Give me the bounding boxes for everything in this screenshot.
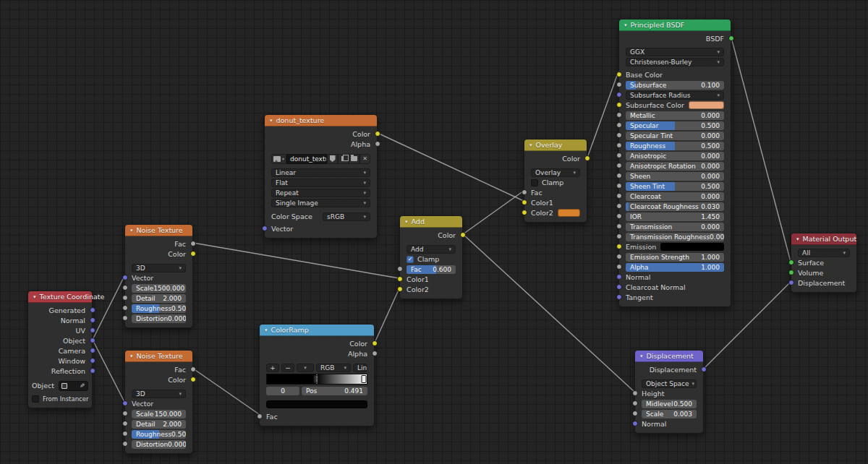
- stop-color-swatch[interactable]: [266, 400, 367, 408]
- node-link-wire[interactable]: [463, 234, 634, 392]
- output-socket-alpha[interactable]: [375, 141, 380, 147]
- input-socket-specular[interactable]: [616, 122, 622, 128]
- node-noise-texture-bottom[interactable]: ▾ Noise Texture Fac Color 3D▾ Vector Sca…: [124, 350, 193, 454]
- input-socket-alpha[interactable]: [616, 264, 622, 270]
- interpolation-dropdown[interactable]: Linear▾: [353, 364, 367, 372]
- stop-index-field[interactable]: 0: [266, 387, 299, 395]
- dimensions-dropdown[interactable]: 3D▾: [132, 264, 186, 272]
- output-socket-fac[interactable]: [190, 241, 196, 246]
- space-dropdown[interactable]: Object Space▾: [642, 379, 697, 388]
- image-name-field[interactable]: donut_texture: [286, 154, 327, 164]
- output-socket-color[interactable]: [584, 155, 590, 161]
- collapse-triangle-icon[interactable]: ▾: [624, 22, 627, 28]
- output-socket-displacement[interactable]: [701, 366, 707, 372]
- output-socket-reflection[interactable]: [90, 368, 95, 374]
- input-socket-vector[interactable]: [262, 225, 268, 231]
- new-image-button[interactable]: [338, 154, 349, 164]
- distortion-slider[interactable]: Distortion0.000: [132, 314, 186, 323]
- detail-slider[interactable]: Detail2.000: [132, 294, 186, 303]
- output-socket-color[interactable]: [372, 340, 378, 346]
- input-socket-fac[interactable]: [257, 413, 263, 419]
- node-mix-overlay[interactable]: ▾ Overlay Color Overlay▾ Clamp Fac Color…: [524, 139, 587, 223]
- collapse-triangle-icon[interactable]: ▾: [265, 327, 268, 333]
- collapse-triangle-icon[interactable]: ▾: [33, 294, 36, 300]
- output-socket-uv[interactable]: [90, 327, 95, 333]
- fake-user-button[interactable]: [327, 154, 338, 164]
- clearcoat-slider[interactable]: Clearcoat0.000: [626, 192, 724, 201]
- node-color-ramp[interactable]: ▾ ColorRamp Color Alpha + − ▾ RGB▾ Linea…: [259, 324, 375, 426]
- output-socket-camera[interactable]: [90, 348, 95, 353]
- projection-dropdown[interactable]: Flat▾: [271, 179, 370, 187]
- image-browse-button[interactable]: ▾: [271, 154, 286, 164]
- object-picker-field[interactable]: ✎: [59, 381, 88, 391]
- collapse-triangle-icon[interactable]: ▾: [270, 118, 273, 124]
- node-link-wire[interactable]: [375, 288, 399, 343]
- input-socket-detail[interactable]: [122, 421, 128, 426]
- node-header[interactable]: ▾ Principled BSDF: [619, 20, 731, 31]
- clamp-checkbox[interactable]: ✓: [407, 256, 414, 263]
- subsurface-radius-dropdown[interactable]: Subsurface Radius▾: [626, 91, 724, 100]
- extension-dropdown[interactable]: Repeat▾: [271, 189, 370, 197]
- scale-slider[interactable]: Scale150.000: [132, 410, 186, 418]
- collapse-triangle-icon[interactable]: ▾: [640, 353, 643, 359]
- input-socket-scale[interactable]: [122, 411, 128, 416]
- from-instancer-checkbox[interactable]: [32, 395, 39, 403]
- node-header[interactable]: ▾ Noise Texture: [125, 351, 192, 362]
- output-socket-color[interactable]: [375, 131, 380, 137]
- input-socket-clearcoat-normal[interactable]: [616, 284, 622, 290]
- input-socket-detail[interactable]: [122, 295, 128, 301]
- scale-slider[interactable]: Scale0.003: [642, 410, 697, 418]
- color-mode-dropdown[interactable]: RGB▾: [316, 364, 351, 372]
- node-texture-coordinate[interactable]: ▾ Texture Coordinate Generated Normal UV…: [27, 291, 93, 408]
- input-socket-color2[interactable]: [397, 286, 403, 292]
- node-header[interactable]: ▾ donut_texture: [265, 115, 377, 126]
- input-socket-surface[interactable]: [788, 259, 794, 265]
- input-socket-anisotropic-rotation[interactable]: [616, 163, 622, 168]
- metallic-slider[interactable]: Metallic0.000: [626, 111, 724, 120]
- node-header[interactable]: ▾ Material Output: [791, 233, 856, 245]
- input-socket-fac[interactable]: [397, 266, 403, 272]
- input-socket-color1[interactable]: [522, 199, 527, 205]
- node-material-output[interactable]: ▾ Material Output All▾ Surface Volume Di…: [791, 233, 857, 293]
- input-socket-scale[interactable]: [632, 411, 638, 416]
- node-header[interactable]: ▾ Add: [400, 216, 462, 228]
- collapse-triangle-icon[interactable]: ▾: [796, 236, 799, 242]
- collapse-triangle-icon[interactable]: ▾: [529, 142, 532, 148]
- input-socket-sheen-tint[interactable]: [616, 183, 622, 189]
- input-socket-color2[interactable]: [522, 210, 527, 215]
- node-header[interactable]: ▾ Noise Texture: [125, 225, 192, 236]
- node-link-wire[interactable]: [93, 340, 124, 402]
- emission-color-swatch[interactable]: [660, 243, 724, 251]
- input-socket-midlevel[interactable]: [632, 400, 638, 406]
- output-socket-generated[interactable]: [90, 307, 95, 313]
- input-socket-distortion[interactable]: [122, 315, 128, 321]
- input-socket-clearcoat-roughness[interactable]: [616, 203, 622, 209]
- output-socket-window[interactable]: [90, 358, 95, 364]
- input-socket-roughness[interactable]: [122, 305, 128, 311]
- collapse-triangle-icon[interactable]: ▾: [130, 228, 133, 233]
- stop-pos-slider[interactable]: Pos0.491: [302, 387, 367, 395]
- node-header[interactable]: ▾ ColorRamp: [260, 325, 374, 336]
- input-socket-sheen[interactable]: [616, 173, 622, 179]
- specular-tint-slider[interactable]: Specular Tint0.000: [626, 132, 724, 140]
- clearcoat-roughness-slider[interactable]: Clearcoat Roughness0.030: [626, 202, 724, 211]
- input-socket-height[interactable]: [632, 390, 638, 396]
- color2-swatch[interactable]: [558, 209, 580, 217]
- node-link-wire[interactable]: [587, 72, 618, 158]
- node-noise-texture-top[interactable]: ▾ Noise Texture Fac Color 3D▾ Vector Sca…: [124, 224, 193, 328]
- output-socket-object[interactable]: [90, 338, 95, 343]
- output-socket-bsdf[interactable]: [728, 35, 734, 41]
- clamp-checkbox[interactable]: [531, 179, 538, 186]
- input-socket-vector[interactable]: [122, 400, 128, 406]
- collapse-triangle-icon[interactable]: ▾: [130, 353, 133, 359]
- node-header[interactable]: ▾ Displacement: [635, 351, 703, 362]
- node-link-wire[interactable]: [93, 276, 124, 340]
- sheen-tint-slider[interactable]: Sheen Tint0.500: [626, 182, 724, 191]
- input-socket-normal[interactable]: [616, 274, 622, 280]
- ramp-stop-selected[interactable]: [313, 375, 318, 383]
- eyedropper-icon[interactable]: ✎: [80, 382, 85, 390]
- input-socket-emission-strength[interactable]: [616, 254, 622, 259]
- input-socket-displacement[interactable]: [788, 280, 794, 285]
- input-socket-clearcoat[interactable]: [616, 193, 622, 199]
- output-socket-normal[interactable]: [90, 317, 95, 323]
